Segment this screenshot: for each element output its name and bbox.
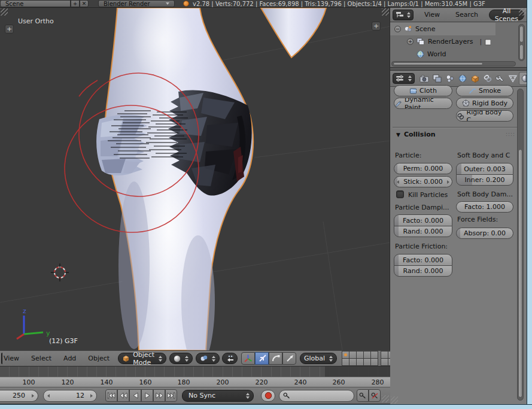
softbody-damping-factor-slider[interactable]: Facto: 1.000 (456, 201, 513, 213)
scale-manipulator-button[interactable] (282, 352, 296, 365)
tab-constraints[interactable] (481, 72, 494, 85)
friction-random-slider[interactable]: Rand: 0.000 (394, 265, 452, 277)
layer-cell[interactable] (371, 352, 378, 358)
jump-to-end-button[interactable] (165, 389, 177, 402)
area-corner-handle[interactable] (382, 8, 389, 16)
pivot-dropdown[interactable] (196, 353, 220, 364)
timeline-track[interactable] (0, 366, 390, 377)
add-scene-button[interactable]: + (71, 0, 80, 7)
increment-arrow-icon[interactable] (447, 180, 449, 184)
mode-dropdown[interactable]: Object Mode (118, 353, 166, 364)
menu-view[interactable]: View (0, 355, 25, 362)
end-frame-field[interactable]: 250 (0, 390, 38, 402)
editor-type-dropdown[interactable] (393, 10, 414, 20)
layer-cell[interactable] (371, 359, 378, 365)
layer-cell[interactable] (357, 359, 363, 365)
scrollbar-thumb[interactable] (519, 26, 524, 43)
area-corner-handle[interactable] (391, 396, 398, 404)
sync-dropdown[interactable]: No Sync (182, 390, 254, 402)
scrollbar-thumb[interactable] (518, 149, 522, 398)
layer-cell[interactable] (357, 352, 363, 358)
delete-keyframe-button[interactable] (369, 389, 381, 402)
insert-keyframe-button[interactable] (357, 389, 369, 402)
rotate-manipulator-button[interactable] (269, 352, 282, 365)
scene-datablock-field[interactable]: Scene (0, 0, 71, 7)
layer-cell[interactable] (349, 359, 356, 365)
play-button[interactable] (141, 389, 153, 402)
layer-cell[interactable] (381, 352, 388, 358)
manipulator-axes-button[interactable] (241, 352, 255, 365)
tab-physics[interactable] (519, 72, 527, 85)
outer-thickness-field[interactable]: Outer: 0.003 (456, 163, 513, 174)
dynamic-paint-button[interactable]: Dynamic Paint (394, 98, 452, 109)
absorption-slider[interactable]: Absorp: 0.00 (456, 228, 513, 239)
layer-cell[interactable] (381, 359, 388, 365)
layer-cell[interactable] (349, 352, 356, 358)
menu-object[interactable]: Object (82, 355, 115, 362)
layer-grid-left[interactable] (342, 351, 378, 366)
auto-keyframe-button[interactable] (261, 390, 275, 402)
scrollbar-thumb[interactable] (393, 62, 483, 65)
decrement-arrow-icon[interactable] (397, 180, 399, 184)
rigid-body-button[interactable]: Rigid Body (456, 98, 513, 109)
area-corner-handle[interactable] (1, 8, 8, 16)
stickiness-slider[interactable]: Stick: 0.000 (394, 176, 452, 187)
renderlayer-toggle-icon[interactable] (485, 38, 491, 46)
translate-manipulator-button[interactable] (255, 352, 269, 365)
tab-world[interactable] (456, 72, 469, 85)
outliner-horizontal-scrollbar[interactable] (391, 61, 516, 66)
collapse-icon[interactable]: − (394, 26, 401, 32)
panel-collapse-arrow-icon[interactable]: ▼ (396, 132, 400, 138)
outliner-row-scene[interactable]: − Scene (394, 23, 436, 35)
viewport-3d[interactable]: z y User Ortho (12) G3F + + (0, 8, 390, 350)
next-keyframe-button[interactable] (153, 389, 165, 402)
decrement-arrow-icon[interactable] (47, 394, 50, 398)
jump-to-start-button[interactable] (105, 389, 117, 402)
increment-arrow-icon[interactable] (32, 394, 34, 398)
rigid-body-constraint-button[interactable]: Rigid Body C... (456, 110, 513, 122)
previous-keyframe-button[interactable] (117, 389, 129, 402)
properties-shelf-expand-button[interactable]: + (372, 22, 381, 31)
current-frame-field[interactable]: 12 (43, 390, 97, 402)
expand-icon[interactable]: + (407, 38, 414, 45)
toolshelf-expand-button[interactable]: + (5, 25, 14, 34)
render-engine-dropdown[interactable]: Blender Render (98, 0, 175, 7)
friction-factor-slider[interactable]: Facto: 0.000 (394, 254, 452, 265)
smoke-button[interactable]: Smoke (456, 85, 513, 96)
tab-object[interactable] (469, 72, 481, 85)
manipulator-toggle[interactable] (222, 353, 238, 364)
play-reverse-button[interactable] (129, 389, 141, 402)
inner-thickness-field[interactable]: Inner: 0.200 (456, 174, 513, 186)
outliner-vertical-scrollbar[interactable] (518, 24, 525, 61)
layer-cell[interactable] (364, 359, 370, 365)
tab-render-layers[interactable] (431, 72, 443, 85)
increment-arrow-icon[interactable] (90, 394, 93, 398)
editor-type-dropdown[interactable] (393, 73, 415, 84)
keying-set-field[interactable] (279, 390, 354, 402)
scrollbar-thumb[interactable] (519, 44, 524, 60)
menu-add[interactable]: Add (57, 355, 82, 362)
panel-drag-dots-icon[interactable]: :::: (506, 131, 515, 137)
outliner-row-world[interactable]: World (407, 48, 446, 60)
collision-panel-header[interactable]: ▼ Collision (396, 131, 436, 138)
outliner-menu-view[interactable]: View (418, 11, 446, 19)
orientation-dropdown[interactable]: Global (300, 353, 337, 364)
cloth-button[interactable]: Cloth (394, 85, 452, 96)
tab-particles[interactable] (506, 72, 519, 85)
shading-dropdown[interactable] (169, 353, 193, 364)
damping-factor-slider[interactable]: Facto: 0.000 (394, 214, 452, 226)
layer-cell[interactable] (364, 352, 370, 358)
layer-grid-right[interactable] (381, 351, 390, 366)
outliner-menu-search[interactable]: Search (449, 11, 484, 19)
timeline-ruler[interactable]: 100 120 140 160 180 200 220 240 260 280 (0, 377, 390, 387)
menu-select[interactable]: Select (25, 355, 57, 362)
layer-cell[interactable] (342, 352, 349, 358)
tab-scene[interactable] (443, 72, 456, 85)
damping-random-slider[interactable]: Rand: 0.000 (394, 226, 452, 237)
tab-render[interactable] (418, 72, 431, 85)
properties-vertical-scrollbar[interactable] (517, 89, 524, 401)
area-corner-handle[interactable] (519, 8, 526, 16)
kill-particles-checkbox[interactable] (396, 190, 404, 198)
permeability-slider[interactable]: Perm: 0.000 (394, 163, 452, 174)
layer-cell[interactable] (342, 359, 349, 365)
